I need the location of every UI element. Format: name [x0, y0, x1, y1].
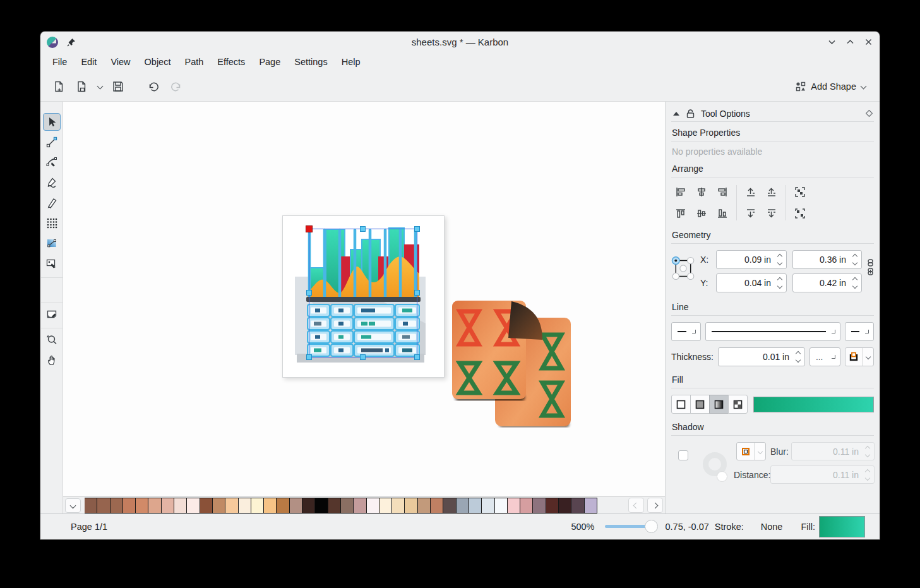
palette-swatch[interactable] — [507, 498, 520, 513]
palette-swatch[interactable] — [212, 498, 225, 513]
shadow-angle-knob[interactable] — [717, 471, 727, 482]
selection-handle-mid-right[interactable] — [414, 290, 420, 296]
image-edit-tool[interactable] — [43, 255, 61, 272]
palette-swatch[interactable] — [186, 498, 200, 513]
save-button[interactable] — [109, 77, 128, 96]
height-spinbox[interactable]: 0.42 in — [792, 273, 862, 292]
palette-swatch[interactable] — [314, 498, 328, 513]
align-top-button[interactable] — [672, 205, 689, 222]
menu-effects[interactable]: Effects — [210, 54, 252, 70]
select-tool[interactable] — [43, 113, 61, 131]
menu-path[interactable]: Path — [177, 54, 210, 70]
selection-rectangle[interactable] — [309, 229, 417, 357]
pan-tool[interactable] — [43, 351, 61, 369]
redo-button[interactable] — [167, 77, 186, 96]
palette-swatch[interactable] — [97, 498, 110, 513]
raise-button[interactable] — [743, 184, 759, 200]
canvas[interactable] — [63, 102, 665, 496]
align-vcenter-button[interactable] — [693, 205, 710, 222]
add-shape-button[interactable]: Add Shape — [791, 78, 871, 95]
palette-swatch[interactable] — [558, 498, 571, 513]
align-right-button[interactable] — [714, 184, 731, 200]
palette-scroll-right-button[interactable] — [647, 498, 663, 513]
menu-object[interactable]: Object — [138, 54, 178, 70]
selection-handle-bottom-right[interactable] — [414, 354, 420, 360]
calligraphy-tool[interactable] — [43, 194, 61, 212]
bring-to-front-button[interactable] — [763, 184, 780, 200]
zoom-slider-handle[interactable] — [645, 520, 658, 533]
freehand-tool[interactable] — [43, 174, 61, 191]
palette-swatch[interactable] — [148, 498, 161, 513]
undo-button[interactable] — [144, 77, 163, 96]
selection-handle-mid-left[interactable] — [306, 290, 312, 296]
menu-file[interactable]: File — [45, 54, 74, 70]
palette-swatch[interactable] — [584, 498, 597, 513]
palette-swatch[interactable] — [302, 498, 315, 513]
pattern-tool[interactable] — [43, 214, 61, 232]
palette-swatch[interactable] — [456, 498, 469, 513]
palette-swatch[interactable] — [225, 498, 238, 513]
x-position-spinbox[interactable]: 0.09 in — [716, 250, 787, 269]
fill-none-button[interactable] — [671, 395, 691, 414]
float-icon[interactable] — [866, 110, 873, 117]
node-edit-tool[interactable] — [43, 133, 61, 151]
shape-edit-tool[interactable] — [43, 305, 61, 323]
palette-swatch[interactable] — [430, 498, 443, 513]
keep-aspect-icon[interactable] — [867, 259, 874, 267]
shadow-enable-checkbox[interactable] — [678, 450, 688, 460]
selection-handle-top-mid[interactable] — [360, 226, 366, 232]
palette-swatch[interactable] — [161, 498, 174, 513]
line-end-marker-combo[interactable] — [845, 322, 874, 341]
sheets-icon-object[interactable] — [450, 300, 572, 429]
ungroup-button[interactable] — [792, 205, 808, 222]
distance-spinbox[interactable]: 0.11 in — [770, 465, 875, 484]
palette-swatch[interactable] — [238, 498, 251, 513]
menu-page[interactable]: Page — [252, 54, 287, 70]
palette-scroll-left-button[interactable] — [628, 498, 644, 513]
zoom-slider[interactable] — [605, 520, 657, 534]
palette-swatch[interactable] — [546, 498, 559, 513]
pen-tool[interactable] — [43, 153, 61, 171]
open-document-button[interactable] — [72, 77, 91, 96]
menu-settings[interactable]: Settings — [287, 54, 334, 70]
close-button[interactable] — [864, 37, 873, 47]
palette-swatch[interactable] — [85, 498, 97, 513]
palette-swatch[interactable] — [353, 498, 366, 513]
collapse-icon[interactable] — [672, 111, 680, 116]
thickness-spinbox[interactable]: 0.01 in — [718, 347, 805, 366]
line-join-button[interactable] — [845, 347, 874, 366]
selection-handle-bottom-left[interactable] — [306, 354, 312, 360]
selection-handle-top-right[interactable] — [414, 226, 420, 232]
palette-dropdown-button[interactable] — [65, 498, 81, 513]
palette-swatch[interactable] — [328, 498, 341, 513]
palette-swatch[interactable] — [494, 498, 508, 513]
palette-swatch[interactable] — [469, 498, 482, 513]
fill-solid-button[interactable] — [690, 395, 710, 414]
palette-swatch[interactable] — [404, 498, 417, 513]
align-hcenter-button[interactable] — [693, 184, 710, 200]
send-to-back-button[interactable] — [763, 205, 780, 222]
line-start-marker-combo[interactable] — [671, 322, 701, 341]
palette-swatch[interactable] — [532, 498, 546, 513]
palette-swatch[interactable] — [520, 498, 533, 513]
palette-swatch[interactable] — [122, 498, 136, 513]
fill-gradient-swatch[interactable] — [753, 397, 874, 412]
new-document-button[interactable] — [49, 77, 68, 96]
palette-swatch[interactable] — [366, 498, 379, 513]
status-fill-swatch[interactable] — [819, 516, 865, 537]
group-button[interactable] — [792, 184, 808, 200]
shadow-color-button[interactable] — [736, 442, 766, 460]
align-bottom-button[interactable] — [714, 205, 731, 222]
menu-help[interactable]: Help — [335, 54, 367, 70]
open-document-dropdown[interactable] — [95, 77, 105, 96]
palette-swatch[interactable] — [263, 498, 277, 513]
zoom-tool[interactable] — [43, 331, 61, 349]
zoom-level[interactable]: 500% — [571, 522, 594, 532]
lock-icon[interactable] — [686, 109, 695, 118]
palette-swatch[interactable] — [340, 498, 354, 513]
menu-edit[interactable]: Edit — [74, 54, 104, 70]
keep-aspect-icon-2[interactable] — [867, 268, 874, 275]
dash-pattern-combo[interactable]: ... — [809, 347, 840, 366]
fill-gradient-button[interactable] — [709, 395, 729, 414]
align-left-button[interactable] — [672, 184, 689, 200]
